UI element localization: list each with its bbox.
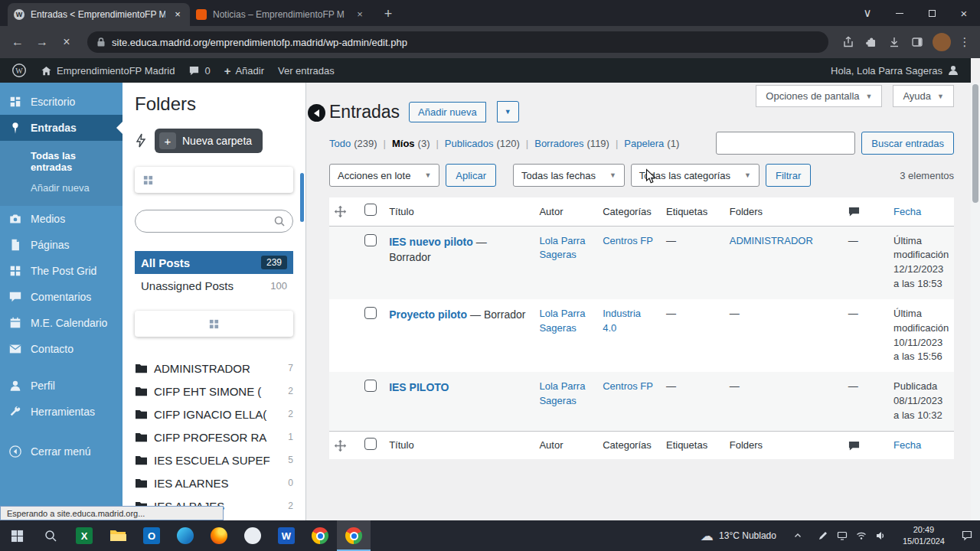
file-explorer-icon[interactable] (101, 520, 135, 551)
chrome-icon[interactable] (303, 520, 337, 551)
folder-row[interactable]: ADMINISTRADOR 7 (135, 357, 293, 380)
admin-bar-new[interactable]: + Añadir (217, 58, 271, 83)
folders-scrollbar-thumb[interactable] (300, 173, 304, 222)
view-mios[interactable]: Míos(3) (392, 138, 430, 149)
close-tab-icon[interactable]: × (354, 8, 366, 21)
posts-search-input[interactable] (716, 132, 855, 155)
move-icon[interactable] (334, 439, 347, 452)
close-window-button[interactable]: × (948, 0, 980, 26)
monitor-icon[interactable] (837, 530, 848, 541)
word-icon[interactable]: W (270, 520, 303, 551)
move-icon[interactable] (334, 205, 347, 218)
admin-bar-my-account[interactable]: Hola, Lola Parra Sageras (824, 58, 966, 83)
excel-icon[interactable]: X (67, 520, 101, 551)
minimize-button[interactable] (884, 0, 916, 26)
add-new-dropdown-button[interactable]: ▼ (497, 101, 519, 122)
wp-logo-icon[interactable]: W (5, 58, 34, 83)
column-title[interactable]: Título (384, 197, 534, 226)
post-title-link[interactable]: IES nuevo piloto (389, 236, 473, 248)
column-comments[interactable] (844, 431, 889, 459)
browser-profile-avatar[interactable] (933, 33, 951, 51)
filter-button[interactable]: Filtrar (766, 164, 811, 187)
folders-search-input[interactable] (135, 210, 293, 233)
sidebar-item-entradas[interactable]: Entradas (0, 115, 122, 141)
add-new-post-button[interactable]: Añadir nueva (409, 102, 486, 122)
categories-filter-select[interactable]: Todas las categorías ▼ (631, 164, 760, 187)
select-row-checkbox[interactable] (364, 234, 377, 246)
firefox-icon[interactable] (202, 520, 236, 551)
view-papelera[interactable]: Papelera(1) (624, 138, 679, 149)
close-tab-icon[interactable]: × (172, 8, 184, 21)
column-title[interactable]: Título (384, 431, 534, 459)
forward-icon[interactable]: → (31, 31, 54, 54)
sidebar-item-contacto[interactable]: Contacto (0, 336, 122, 362)
select-all-checkbox[interactable] (364, 204, 377, 216)
address-bar[interactable]: site.educa.madrid.org/emprendimientofp.m… (87, 31, 828, 53)
page-scrollbar[interactable] (971, 83, 980, 520)
sidebar-item-perfil[interactable]: Perfil (0, 373, 122, 399)
taskbar-search-icon[interactable] (34, 520, 67, 551)
folder-row[interactable]: IES ESCUELA SUPEF 5 (135, 448, 293, 471)
browser-menu-icon[interactable]: ⋮ (956, 35, 974, 49)
stop-loading-icon[interactable]: × (55, 31, 78, 54)
folder-row[interactable]: CIFP EHT SIMONE ( 2 (135, 380, 293, 403)
view-publicados[interactable]: Publicados(120) (445, 138, 520, 149)
bulk-actions-select[interactable]: Acciones en lote ▼ (329, 164, 439, 187)
folder-link[interactable]: ADMINISTRADOR (730, 235, 813, 246)
sidebar-item-the-post-grid[interactable]: The Post Grid (0, 258, 122, 284)
volume-icon[interactable] (875, 530, 886, 541)
edge-icon[interactable] (168, 520, 202, 551)
view-borradores[interactable]: Borradores(119) (534, 138, 609, 149)
view-todo[interactable]: Todo(239) (329, 138, 377, 149)
sidebar-item-calendario[interactable]: M.E. Calendario (0, 310, 122, 336)
extensions-puzzle-icon[interactable] (861, 31, 882, 53)
maximize-button[interactable] (916, 0, 948, 26)
scrollbar-thumb[interactable] (972, 84, 978, 203)
dates-filter-select[interactable]: Todas las fechas ▼ (513, 164, 625, 187)
admin-bar-view-posts[interactable]: Ver entradas (271, 58, 341, 83)
folder-row[interactable]: CIFP IGNACIO ELLA( 2 (135, 403, 293, 425)
column-date[interactable]: Fecha (889, 431, 954, 459)
category-link[interactable]: Industria 4.0 (603, 308, 641, 334)
folder-row[interactable]: CIFP PROFESOR RA 1 (135, 425, 293, 448)
browser-tab-entradas[interactable]: W Entradas < EmprendimientoFP M × (8, 3, 190, 26)
select-row-checkbox[interactable] (364, 380, 377, 392)
hidden-icons-chevron[interactable] (786, 531, 810, 540)
sidebar-item-cerrar-menu[interactable]: Cerrar menú (0, 439, 122, 465)
pen-icon[interactable] (818, 530, 828, 541)
admin-bar-site-link[interactable]: EmprendimientoFP Madrid (34, 58, 181, 83)
sidebar-item-comentarios[interactable]: Comentarios (0, 284, 122, 310)
folders-drop-target[interactable] (135, 311, 293, 337)
search-posts-button[interactable]: Buscar entradas (861, 132, 954, 155)
back-icon[interactable]: ← (6, 31, 29, 54)
admin-bar-comments[interactable]: 0 (181, 58, 217, 83)
chrome-icon-active[interactable] (337, 520, 371, 551)
action-center-icon[interactable] (954, 530, 980, 542)
sidebar-item-paginas[interactable]: Páginas (0, 232, 122, 258)
post-title-link[interactable]: IES PILOTO (389, 381, 449, 393)
sidebar-item-medios[interactable]: Medios (0, 206, 122, 232)
new-tab-button[interactable]: + (378, 4, 398, 24)
folders-toolbar[interactable] (135, 167, 293, 193)
post-title-link[interactable]: Proyecto piloto (389, 308, 467, 321)
sidebar-item-escritorio[interactable]: Escritorio (0, 89, 122, 115)
list-item-unassigned-posts[interactable]: Unassigned Posts 100 (135, 274, 293, 297)
start-button[interactable] (0, 520, 34, 551)
author-link[interactable]: Lola Parra Sageras (539, 235, 585, 261)
author-link[interactable]: Lola Parra Sageras (539, 380, 585, 406)
browser-tab-noticias[interactable]: Noticias – EmprendimientoFP M × (190, 3, 372, 26)
share-icon[interactable] (838, 31, 859, 53)
column-date[interactable]: Fecha (889, 197, 954, 226)
wifi-icon[interactable] (856, 530, 867, 541)
column-comments[interactable] (844, 197, 889, 226)
bolt-icon[interactable] (135, 133, 147, 148)
folders-collapse-toggle[interactable] (308, 104, 325, 122)
select-row-checkbox[interactable] (364, 307, 377, 319)
apply-button[interactable]: Aplicar (446, 164, 496, 187)
weather-widget[interactable]: ☁ 13°C Nublado (691, 520, 786, 551)
outlook-icon[interactable]: O (135, 520, 168, 551)
taskbar-clock[interactable]: 20:49 15/01/2024 (893, 524, 954, 548)
sidebar-item-anadir-nueva[interactable]: Añadir nueva (0, 178, 122, 198)
list-item-all-posts[interactable]: All Posts 239 (135, 251, 293, 274)
download-icon[interactable] (884, 31, 905, 53)
